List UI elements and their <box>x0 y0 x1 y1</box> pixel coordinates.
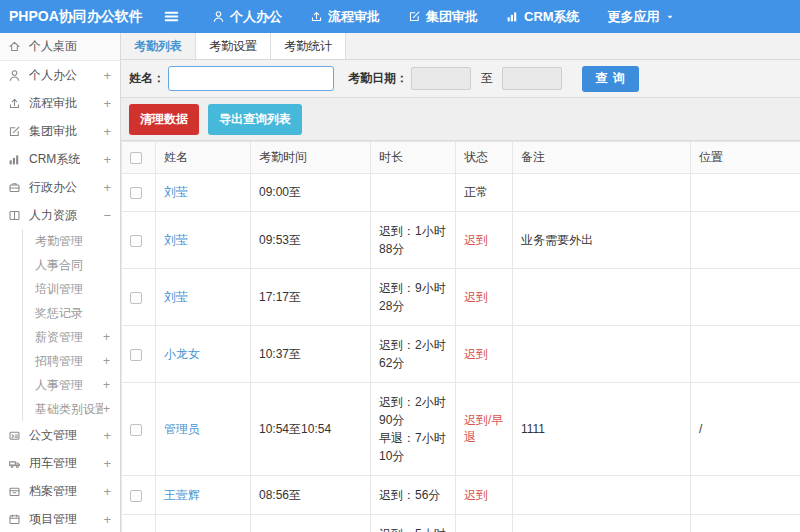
location-cell <box>691 212 800 269</box>
expand-toggle[interactable]: + <box>103 428 111 443</box>
employee-name-link[interactable]: 刘莹 <box>164 290 188 304</box>
name-cell: 小龙女 <box>156 326 251 383</box>
top-navigation: 个人办公流程审批集团审批CRM系统更多应用 <box>198 0 689 33</box>
tab-bar: 考勤列表考勤设置考勤统计 <box>121 33 800 60</box>
app-logo: PHPOA协同办公软件 <box>0 8 158 26</box>
duration-line: 迟到：1小时88分 <box>379 222 447 258</box>
expand-toggle[interactable]: + <box>103 378 110 392</box>
sidebar-subitem-reward-record[interactable]: 奖惩记录 <box>23 301 120 325</box>
expand-toggle[interactable]: + <box>103 330 110 344</box>
sidebar-item-label: 集团审批 <box>29 123 77 140</box>
location-cell <box>691 476 800 515</box>
date-from-input[interactable] <box>411 67 471 90</box>
sidebar-item-group-approval[interactable]: 集团审批+ <box>0 117 120 145</box>
tab-attendance-stats[interactable]: 考勤统计 <box>271 33 346 59</box>
status-cell: 迟到 <box>456 269 513 326</box>
sidebar-item-archive-mgmt[interactable]: 档案管理+ <box>0 477 120 505</box>
sidebar-item-personal-desktop[interactable]: 个人桌面 <box>0 33 120 61</box>
doc-icon <box>8 428 24 442</box>
sidebar-subitem-personnel-mgmt[interactable]: 人事管理+ <box>23 373 120 397</box>
expand-toggle[interactable]: + <box>103 152 111 167</box>
name-input[interactable] <box>168 66 334 91</box>
status-cell: 迟到/早退 <box>456 515 513 532</box>
sidebar-subitem-salary-mgmt[interactable]: 薪资管理+ <box>23 325 120 349</box>
tab-attendance-settings[interactable]: 考勤设置 <box>196 33 271 59</box>
row-checkbox[interactable] <box>130 235 142 247</box>
nav-item-flow-approval[interactable]: 流程审批 <box>296 0 394 33</box>
duration-line: 迟到：5小时33分 <box>379 525 447 532</box>
sidebar-subitem-hr-contract[interactable]: 人事合同 <box>23 253 120 277</box>
duration-line: 迟到：9小时28分 <box>379 279 447 315</box>
sidebar-item-personal-office[interactable]: 个人办公+ <box>0 61 120 89</box>
sidebar-subitem-attendance-mgmt[interactable]: 考勤管理 <box>23 229 120 253</box>
date-to-input[interactable] <box>502 67 562 90</box>
clean-data-button[interactable]: 清理数据 <box>129 104 199 135</box>
table-row: 刘莹09:53至迟到：1小时88分迟到业务需要外出 <box>122 212 800 269</box>
sidebar-subitem-base-category-settings[interactable]: 基础类别设置+ <box>23 397 120 421</box>
sidebar-subitem-recruit-mgmt[interactable]: 招聘管理+ <box>23 349 120 373</box>
expand-toggle[interactable]: − <box>103 208 111 223</box>
sidebar-item-label: 档案管理 <box>29 483 77 500</box>
sidebar-item-project-mgmt[interactable]: 项目管理+ <box>0 505 120 532</box>
sidebar-item-label: 项目管理 <box>29 511 77 528</box>
nav-item-crm-system[interactable]: CRM系统 <box>492 0 594 33</box>
employee-name-link[interactable]: 刘莹 <box>164 233 188 247</box>
expand-toggle[interactable]: + <box>103 68 111 83</box>
archive-icon <box>8 484 24 498</box>
sidebar-item-vehicle-mgmt[interactable]: 用车管理+ <box>0 449 120 477</box>
sidebar-item-label: 公文管理 <box>29 427 77 444</box>
time-cell: 10:37至 <box>251 326 371 383</box>
nav-item-group-approval[interactable]: 集团审批 <box>394 0 492 33</box>
expand-toggle[interactable]: + <box>103 456 111 471</box>
expand-toggle[interactable]: + <box>103 484 111 499</box>
row-checkbox[interactable] <box>130 292 142 304</box>
employee-name-link[interactable]: 管理员 <box>164 422 200 436</box>
duration-cell: 迟到：5小时33分早退：4小时67分 <box>371 515 456 532</box>
sidebar-item-flow-approval[interactable]: 流程审批+ <box>0 89 120 117</box>
row-checkbox[interactable] <box>130 349 142 361</box>
sidebar-item-label: 行政办公 <box>29 179 77 196</box>
expand-toggle[interactable]: + <box>103 180 111 195</box>
employee-name-link[interactable]: 王壹辉 <box>164 488 200 502</box>
sidebar-item-human-resources[interactable]: 人力资源− <box>0 201 120 229</box>
main-content: 考勤列表考勤设置考勤统计 姓名： 考勤日期： 至 查 询 清理数据 导出查询列表 <box>121 33 800 532</box>
select-all-checkbox[interactable] <box>130 152 142 164</box>
employee-name-link[interactable]: 小龙女 <box>164 347 200 361</box>
sidebar-subitem-label: 培训管理 <box>35 281 83 298</box>
sidebar-subitem-training-mgmt[interactable]: 培训管理 <box>23 277 120 301</box>
table-row: 刘莹09:00至正常 <box>122 174 800 212</box>
sidebar-item-doc-mgmt[interactable]: 公文管理+ <box>0 421 120 449</box>
time-cell: 09:53至 <box>251 212 371 269</box>
column-header: 状态 <box>456 142 513 174</box>
note-cell <box>513 269 691 326</box>
edit-icon <box>408 10 421 23</box>
employee-name-link[interactable]: 刘莹 <box>164 185 188 199</box>
query-button[interactable]: 查 询 <box>582 66 639 92</box>
top-header: PHPOA协同办公软件 个人办公流程审批集团审批CRM系统更多应用 <box>0 0 800 33</box>
nav-item-personal-office[interactable]: 个人办公 <box>198 0 296 33</box>
expand-toggle[interactable]: + <box>103 512 111 527</box>
expand-toggle[interactable]: + <box>103 96 111 111</box>
row-checkbox[interactable] <box>130 424 142 436</box>
sidebar-item-crm-system[interactable]: CRM系统+ <box>0 145 120 173</box>
user-icon <box>212 10 225 23</box>
expand-toggle[interactable]: + <box>103 402 110 416</box>
name-cell: 管理员 <box>156 383 251 476</box>
nav-item-label: 更多应用 <box>608 8 660 26</box>
attendance-table: 姓名考勤时间时长状态备注位置 刘莹09:00至正常刘莹09:53至迟到：1小时8… <box>121 141 800 532</box>
expand-toggle[interactable]: + <box>103 124 111 139</box>
location-cell: / <box>691 383 800 476</box>
sidebar-item-label: 人力资源 <box>29 207 77 224</box>
hamburger-menu-icon[interactable] <box>158 4 184 30</box>
expand-toggle[interactable]: + <box>103 354 110 368</box>
sidebar-item-admin-office[interactable]: 行政办公+ <box>0 173 120 201</box>
tab-attendance-list[interactable]: 考勤列表 <box>121 33 196 59</box>
row-checkbox[interactable] <box>130 187 142 199</box>
sidebar-item-label: 个人办公 <box>29 67 77 84</box>
table-body: 刘莹09:00至正常刘莹09:53至迟到：1小时88分迟到业务需要外出刘莹17:… <box>122 174 800 532</box>
row-checkbox-cell <box>122 476 156 515</box>
sidebar-item-label: 个人桌面 <box>29 38 77 55</box>
export-list-button[interactable]: 导出查询列表 <box>208 104 302 135</box>
nav-item-more-apps[interactable]: 更多应用 <box>594 0 689 33</box>
row-checkbox[interactable] <box>130 490 142 502</box>
